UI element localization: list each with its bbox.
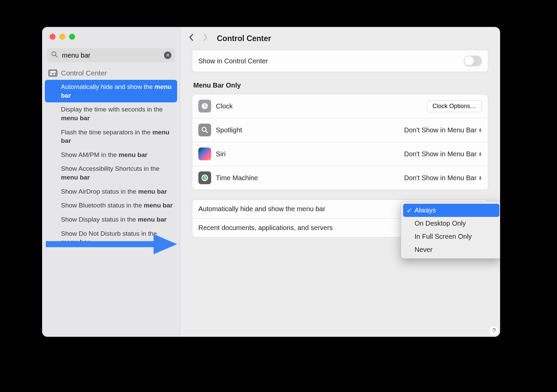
dropdown-option-full-screen-only[interactable]: In Full Screen Only xyxy=(403,230,499,243)
row-label: Show in Control Center xyxy=(198,57,459,65)
time-machine-menu-bar-select[interactable]: Don't Show in Menu Bar ▲▼ xyxy=(404,174,482,182)
sidebar-item-flash-separators[interactable]: Flash the time separators in the menu ba… xyxy=(45,125,177,148)
chevrons-icon: ▲▼ xyxy=(479,175,482,180)
fullscreen-window-button[interactable] xyxy=(69,34,75,40)
siri-icon xyxy=(198,148,211,160)
chevrons-icon: ▲▼ xyxy=(479,152,482,156)
clear-search-button[interactable]: ✕ xyxy=(164,52,171,59)
section-title-menu-bar-only: Menu Bar Only xyxy=(193,81,487,89)
time-machine-icon xyxy=(198,171,211,184)
forward-button[interactable] xyxy=(203,33,208,44)
clock-options-button[interactable]: Clock Options… xyxy=(427,100,482,112)
sidebar-heading-label: Control Center xyxy=(61,69,107,77)
row-label: Time Machine xyxy=(216,174,399,182)
sidebar: ✕ Control Center Automatically hide and … xyxy=(42,27,180,337)
control-center-icon xyxy=(48,69,58,77)
back-button[interactable] xyxy=(189,33,194,44)
clock-icon xyxy=(198,100,211,112)
svg-line-9 xyxy=(206,131,207,133)
settings-scroll-area: Show in Control Center Menu Bar Only Clo… xyxy=(180,50,500,337)
page-title: Control Center xyxy=(217,34,271,43)
sidebar-item-display-status[interactable]: Show Display status in the menu bar xyxy=(45,213,177,227)
sidebar-item-bluetooth-status[interactable]: Show Bluetooth status in the menu bar xyxy=(45,198,177,213)
dropdown-option-never[interactable]: Never xyxy=(403,243,499,256)
svg-point-0 xyxy=(52,52,56,56)
content-pane: Control Center Show in Control Center Me… xyxy=(180,27,500,337)
window-controls xyxy=(42,27,180,40)
svg-rect-4 xyxy=(50,73,53,75)
auto-hide-menu-bar-dropdown: Always On Desktop Only In Full Screen On… xyxy=(401,201,500,259)
close-window-button[interactable] xyxy=(50,34,56,40)
row-spotlight: Spotlight Don't Show in Menu Bar ▲▼ xyxy=(192,118,488,142)
sidebar-item-accessibility-shortcuts[interactable]: Show Accessibility Shortcuts in the menu… xyxy=(45,162,177,184)
svg-line-1 xyxy=(56,56,57,57)
row-siri: Siri Don't Show in Menu Bar ▲▼ xyxy=(192,142,488,166)
row-time-machine: Time Machine Don't Show in Menu Bar ▲▼ xyxy=(192,166,488,190)
minimize-window-button[interactable] xyxy=(59,34,65,40)
spotlight-menu-bar-select[interactable]: Don't Show in Menu Bar ▲▼ xyxy=(404,126,482,134)
sidebar-item-auto-hide-menu-bar[interactable]: Automatically hide and show the menu bar xyxy=(45,80,177,102)
toolbar: Control Center xyxy=(180,27,500,50)
show-in-control-center-toggle[interactable] xyxy=(464,56,482,66)
svg-rect-2 xyxy=(50,71,56,73)
settings-window: ✕ Control Center Automatically hide and … xyxy=(42,27,500,337)
sidebar-heading-control-center[interactable]: Control Center xyxy=(45,66,177,80)
search-input[interactable] xyxy=(47,48,175,62)
sidebar-item-dnd-status[interactable]: Show Do Not Disturb status in the menu b… xyxy=(45,227,177,249)
sidebar-item-show-ampm[interactable]: Show AM/PM in the menu bar xyxy=(45,148,177,162)
search-results-list: Control Center Automatically hide and sh… xyxy=(42,66,180,337)
search-field-wrap: ✕ xyxy=(47,48,175,62)
search-icon xyxy=(51,51,58,60)
sidebar-item-airdrop-status[interactable]: Show AirDrop status in the menu bar xyxy=(45,185,177,199)
dropdown-option-desktop-only[interactable]: On Desktop Only xyxy=(403,217,499,230)
row-label: Siri xyxy=(216,150,399,158)
dropdown-option-always[interactable]: Always xyxy=(403,204,499,217)
svg-point-3 xyxy=(54,73,55,75)
row-label: Clock xyxy=(216,102,422,110)
siri-menu-bar-select[interactable]: Don't Show in Menu Bar ▲▼ xyxy=(404,150,482,158)
menu-bar-only-card: Clock Clock Options… Spotlight Don't Sho… xyxy=(192,94,488,190)
chevrons-icon: ▲▼ xyxy=(479,128,482,132)
spotlight-icon xyxy=(198,124,211,136)
control-center-card-partial: Show in Control Center xyxy=(192,50,488,72)
row-show-in-control-center: Show in Control Center xyxy=(192,50,488,72)
sidebar-item-display-time-seconds[interactable]: Display the time with seconds in the men… xyxy=(45,102,177,125)
row-label: Spotlight xyxy=(216,126,399,134)
help-button[interactable]: ? xyxy=(489,326,499,336)
row-clock: Clock Clock Options… xyxy=(192,94,488,118)
